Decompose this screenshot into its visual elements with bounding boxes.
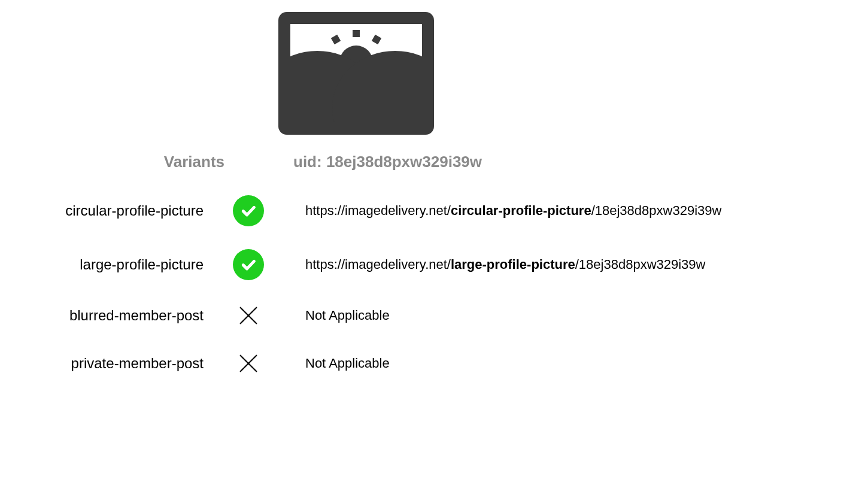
uid-value: 18ej38d8pxw329i39w [326,153,482,171]
x-icon [236,303,261,328]
url-suffix: /18ej38d8pxw329i39w [591,203,722,218]
variant-name: private-member-post [36,355,210,372]
check-icon [233,195,264,226]
variant-url: https://imagedelivery.net/large-profile-… [287,257,705,272]
url-prefix: https://imagedelivery.net/ [305,257,451,272]
variant-url: Not Applicable [287,356,390,371]
status-column [210,249,287,280]
variant-url: https://imagedelivery.net/circular-profi… [287,203,721,219]
variant-row: private-member-post Not Applicable [36,351,390,376]
variant-row: circular-profile-picture https://imagede… [36,195,721,226]
not-applicable-text: Not Applicable [305,356,390,371]
url-suffix: /18ej38d8pxw329i39w [575,257,706,272]
not-applicable-text: Not Applicable [305,308,390,323]
variant-row: large-profile-picture https://imagedeliv… [36,249,705,280]
variant-name: large-profile-picture [36,256,210,273]
header-section: Variants uid: 18ej38d8pxw329i39w [36,12,482,171]
x-icon [236,351,261,376]
check-icon [233,249,264,280]
variant-url: Not Applicable [287,308,390,323]
status-column [210,303,287,328]
url-variant-segment: circular-profile-picture [451,203,591,218]
uid-header: uid: 18ej38d8pxw329i39w [242,153,482,171]
status-column [210,195,287,226]
variant-name: circular-profile-picture [36,202,210,219]
uid-label: uid: [293,153,326,171]
image-placeholder-icon [278,12,434,135]
variants-column-header: Variants [36,153,242,171]
status-column [210,351,287,376]
url-prefix: https://imagedelivery.net/ [305,203,451,218]
url-variant-segment: large-profile-picture [451,257,575,272]
variant-name: blurred-member-post [36,307,210,324]
variant-row: blurred-member-post Not Applicable [36,303,390,328]
header-row: Variants uid: 18ej38d8pxw329i39w [36,153,482,171]
variants-diagram: Variants uid: 18ej38d8pxw329i39w circula… [0,12,868,399]
